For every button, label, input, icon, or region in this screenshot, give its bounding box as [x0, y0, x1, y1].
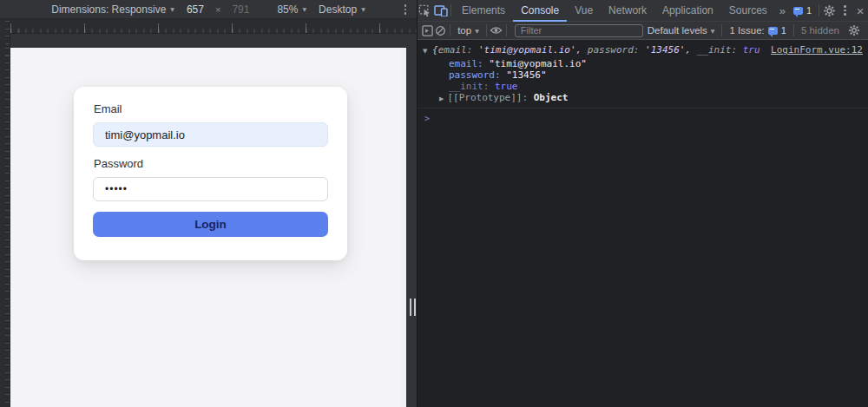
emulated-page: Email Password Login	[10, 48, 406, 407]
issues-icon	[768, 27, 778, 35]
issues-icon	[793, 7, 803, 15]
inspect-element-icon[interactable]	[418, 0, 433, 21]
log-levels-selector[interactable]: Default levels ▼	[643, 25, 720, 36]
console-log-entry: ▼ {email: 'timi@yopmail.io', password: '…	[418, 41, 868, 108]
zoom-selector[interactable]: 85% ▼	[277, 3, 306, 16]
email-field[interactable]	[93, 122, 328, 147]
device-type-value: Desktop	[319, 3, 357, 16]
chevron-down-icon: ▼	[475, 28, 479, 34]
expand-prototype-icon[interactable]: ▶	[439, 95, 447, 102]
password-label: Password	[94, 157, 143, 170]
console-prompt[interactable]: >	[418, 108, 868, 124]
console-filter-input[interactable]	[515, 24, 643, 37]
chevron-down-icon: ▼	[711, 28, 715, 34]
device-stage: Email Password Login	[10, 34, 417, 407]
throttling-selector[interactable]: Desktop ▼	[319, 3, 365, 16]
settings-gear-icon[interactable]	[822, 0, 838, 21]
dimensions-selector[interactable]: Dimensions: Responsive ▼	[51, 3, 174, 16]
tab-elements[interactable]: Elements	[454, 0, 513, 22]
prompt-chevron-icon: >	[424, 114, 430, 123]
device-width-field[interactable]: 657	[187, 3, 204, 16]
object-preview: {email: 'timi@yopmail.io', password: '13…	[432, 44, 760, 56]
devtools-window: Dimensions: Responsive ▼ 657 × 791 85% ▼…	[0, 0, 868, 407]
property-row-password[interactable]: password: "13456"	[449, 69, 863, 81]
email-label: Email	[94, 102, 122, 115]
page-scrollbar[interactable]	[401, 48, 406, 407]
login-card: Email Password Login	[74, 87, 347, 260]
console-sidebar-icon[interactable]	[421, 20, 434, 41]
devtools-tabbar: Elements Console Vue Network Application…	[418, 0, 868, 22]
console-toolbar: top ▼ Default levels ▼ 1 Issue:	[418, 22, 868, 40]
clear-console-icon[interactable]	[434, 20, 447, 41]
tab-console[interactable]: Console	[513, 0, 567, 22]
pane-resize-handle[interactable]	[410, 299, 416, 316]
hidden-messages-label: 5 hidden	[797, 25, 844, 36]
device-mode-menu-icon[interactable]	[399, 3, 411, 16]
chevron-down-icon: ▼	[302, 6, 306, 12]
close-devtools-icon[interactable]: ×	[852, 0, 868, 21]
dimensions-label: Dimensions: Responsive	[51, 3, 166, 16]
more-tabs-icon[interactable]: »	[775, 4, 789, 17]
device-height-field[interactable]: 791	[232, 3, 249, 16]
issues-counter[interactable]: 1	[789, 5, 816, 16]
devtools-menu-icon[interactable]	[838, 0, 853, 21]
dimensions-multiply-sign: ×	[215, 4, 220, 15]
zoom-value: 85%	[277, 3, 298, 16]
tab-sources[interactable]: Sources	[721, 0, 775, 22]
horizontal-ruler	[10, 19, 417, 34]
toggle-device-toolbar-icon[interactable]	[433, 0, 449, 21]
issues-link[interactable]: 1 Issue: 1	[725, 25, 790, 36]
source-location-link[interactable]: LoginForm.vue:12	[771, 44, 863, 56]
vertical-ruler	[0, 19, 10, 407]
property-row-init[interactable]: __init: true	[449, 81, 863, 92]
property-row-email[interactable]: email: "timi@yopmail.io"	[449, 58, 863, 69]
chevron-down-icon: ▼	[170, 6, 174, 12]
collapse-object-icon[interactable]: ▼	[423, 44, 432, 57]
device-mode-toolbar: Dimensions: Responsive ▼ 657 × 791 85% ▼…	[0, 0, 417, 19]
tab-network[interactable]: Network	[601, 0, 654, 22]
password-field[interactable]	[93, 177, 328, 201]
javascript-context-selector[interactable]: top ▼	[453, 25, 483, 36]
console-settings-gear-icon[interactable]	[844, 20, 865, 41]
login-button[interactable]: Login	[93, 212, 328, 237]
live-expression-eye-icon[interactable]	[489, 20, 503, 41]
tab-vue[interactable]: Vue	[567, 0, 601, 22]
prototype-row[interactable]: ▶[[Prototype]]: Object	[439, 92, 863, 105]
devtools-pane: Elements Console Vue Network Application…	[417, 0, 868, 407]
object-properties: email: "timi@yopmail.io" password: "1345…	[449, 58, 863, 92]
console-output: ▼ {email: 'timi@yopmail.io', password: '…	[418, 41, 868, 407]
device-emulation-pane: Dimensions: Responsive ▼ 657 × 791 85% ▼…	[0, 0, 417, 407]
tab-application[interactable]: Application	[654, 0, 721, 22]
chevron-down-icon: ▼	[361, 6, 365, 12]
